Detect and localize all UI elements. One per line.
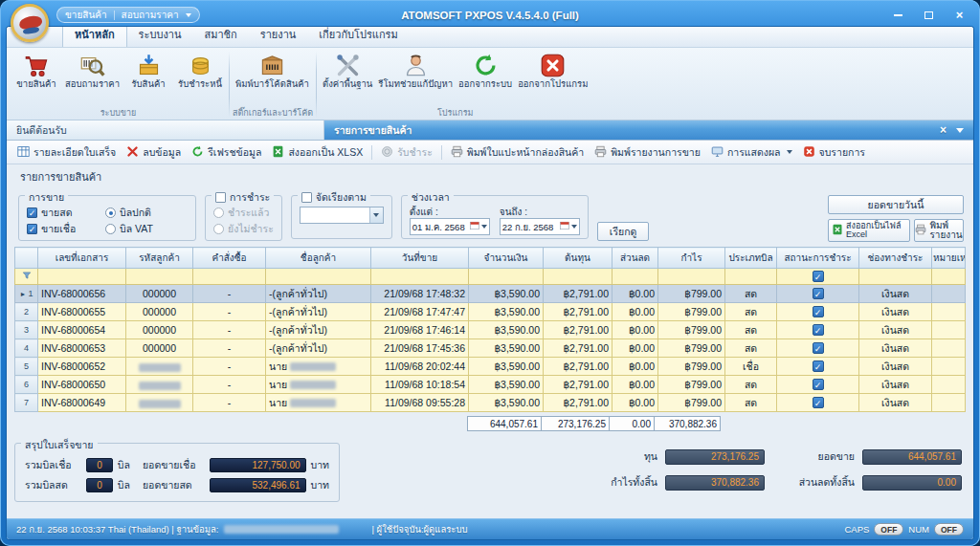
receive-debt-button[interactable]: รับชำระหนี้ <box>174 51 226 91</box>
table-row[interactable]: 3 INV-68000654 000000 - -(ลูกค้าทั่วไป) … <box>15 321 966 339</box>
receive-payment-button[interactable]: รับชำระ <box>376 142 437 163</box>
baht-unit-label: บาท <box>311 457 329 473</box>
tab-members[interactable]: สมาชิก <box>192 27 248 47</box>
tab-list-dropdown-icon[interactable] <box>956 128 964 133</box>
chevron-down-icon <box>373 213 379 217</box>
tab-about[interactable]: เกี่ยวกับโปรแกรม <box>307 27 409 47</box>
sort-combobox[interactable] <box>300 207 384 224</box>
settings-button[interactable]: ตั้งค่าพื้นฐาน <box>320 51 375 91</box>
col-customer-name[interactable]: ชื่อลูกค้า <box>266 248 371 269</box>
table-row[interactable]: 5 INV-68000652 - นาย 11/09/68 20:02:44 ฿… <box>15 358 966 376</box>
col-payment-status[interactable]: สถานะการชำระ <box>777 248 859 269</box>
export-excel-button[interactable]: ส่งออกเป็นไฟล์ Excel <box>828 219 910 242</box>
table-row[interactable]: 7 INV-68000649 - นาย 11/09/68 09:55:28 ฿… <box>15 394 966 412</box>
paid-checkbox[interactable] <box>813 288 824 299</box>
cost-label: ทุน <box>581 448 657 465</box>
profit-value: 370,882.36 <box>665 475 765 491</box>
chevron-down-icon[interactable] <box>481 225 487 229</box>
print-report-button[interactable]: พิมพ์รายงาน <box>914 219 964 242</box>
print-box-label-button[interactable]: พิมพ์ใบแปะหน้ากล่องสินค้า <box>446 142 589 163</box>
table-row[interactable]: 6 INV-68000650 - นาย 11/09/68 10:18:54 ฿… <box>15 376 966 394</box>
col-bill-type[interactable]: ประเภทบิล <box>725 248 777 269</box>
paid-checkbox[interactable] <box>813 324 824 336</box>
redacted-text <box>290 362 336 371</box>
tab-close-icon[interactable]: × <box>934 123 952 137</box>
view-button[interactable]: เรียกดู <box>597 222 650 241</box>
remote-help-button[interactable]: รีโมทช่วยแก้ปัญหา <box>375 51 456 91</box>
col-cost[interactable]: ต้นทุน <box>544 248 612 269</box>
end-list-button[interactable]: จบรายการ <box>798 142 870 163</box>
col-customer-code[interactable]: รหัสลูกค้า <box>126 248 193 269</box>
table-row[interactable]: 2 INV-68000655 000000 - -(ลูกค้าทั่วไป) … <box>15 303 966 321</box>
tab-reports[interactable]: รายงาน <box>249 27 308 47</box>
totals-summary: ทุน 273,176.25 ยอดขาย 644,057.61 กำไรทั้… <box>581 448 962 491</box>
to-date-input[interactable]: 22 ก.ย. 2568 <box>500 218 580 235</box>
col-discount[interactable]: ส่วนลด <box>612 248 658 269</box>
combo-dropdown[interactable] <box>369 207 383 223</box>
sort-checkbox[interactable] <box>301 192 312 203</box>
sell-button[interactable]: ขายสินค้า <box>11 51 62 91</box>
credit-sale-checkbox[interactable]: ขายเชื่อ <box>27 221 105 237</box>
cash-sale-checkbox[interactable]: ขายสด <box>27 205 105 221</box>
tab-welcome[interactable]: ยินดีต้อนรับ <box>7 120 324 140</box>
app-logo[interactable] <box>11 4 53 44</box>
logout-button[interactable]: ออกจากระบบ <box>456 51 515 91</box>
exit-button[interactable]: ออกจากโปรแกรม <box>515 51 590 91</box>
calendar-icon[interactable] <box>560 221 569 232</box>
quick-access-sell[interactable]: ขายสินค้า <box>65 8 107 22</box>
quick-access-toolbar[interactable]: ขายสินค้า สอบถามราคา <box>56 7 200 23</box>
today-sales-button[interactable]: ยอดขายวันนี้ <box>828 195 964 214</box>
radio-icon <box>213 224 224 234</box>
table-row[interactable]: 4 INV-68000653 000000 - -(ลูกค้าทั่วไป) … <box>15 339 966 358</box>
col-doc-no[interactable]: เลขที่เอกสาร <box>38 248 126 269</box>
quick-access-price-check[interactable]: สอบถามราคา <box>122 8 179 22</box>
print-sales-report-button[interactable]: พิมพ์รายงานการขาย <box>590 142 705 163</box>
table-row[interactable]: 1 INV-68000656 000000 - -(ลูกค้าทั่วไป) … <box>15 285 966 303</box>
paid-checkbox[interactable] <box>813 397 824 408</box>
tab-system[interactable]: ระบบงาน <box>127 27 193 47</box>
calendar-icon[interactable] <box>470 221 479 232</box>
paid-checkbox[interactable] <box>813 379 824 390</box>
receipt-detail-button[interactable]: รายละเอียดใบเสร็จ <box>12 142 121 163</box>
printer-icon <box>594 145 607 160</box>
minimize-button[interactable] <box>884 8 912 23</box>
toolbar-label: รายละเอียดใบเสร็จ <box>33 144 116 161</box>
status-datetime-db: 22 ก.ย. 2568 10:03:37 Thai (Thailand) | … <box>16 522 218 536</box>
refresh-button[interactable]: รีเฟรชข้อมูล <box>187 142 266 163</box>
col-payment-channel[interactable]: ช่องทางชำระ <box>859 248 932 269</box>
tab-sales-list[interactable]: รายการขายสินค้า × <box>324 120 973 140</box>
tab-home[interactable]: หน้าหลัก <box>62 27 127 47</box>
col-note[interactable]: หมายเหตุ <box>932 248 966 269</box>
paid-checkbox[interactable] <box>813 306 824 317</box>
col-sale-date[interactable]: วันที่ขาย <box>371 248 469 269</box>
bill-unit-label: บิล <box>118 457 130 473</box>
document-tab-bar: ยินดีต้อนรับ รายการขายสินค้า × <box>7 120 973 141</box>
row-indicator: 4 <box>15 339 38 358</box>
cash-sales-value: 532,496.61 <box>210 478 306 492</box>
delete-button[interactable]: ลบข้อมูล <box>122 142 186 163</box>
price-check-button[interactable]: สอบถามราคา <box>62 51 122 91</box>
receive-goods-button[interactable]: รับสินค้า <box>122 51 174 91</box>
paid-checkbox[interactable] <box>813 360 824 372</box>
print-barcode-button[interactable]: พิมพ์บาร์โค้ดสินค้า <box>233 51 312 91</box>
display-options-button[interactable]: การแสดงผล <box>706 142 797 163</box>
col-amount[interactable]: จำนวนเงิน <box>469 248 544 269</box>
payment-filter-checkbox[interactable] <box>215 192 226 203</box>
close-button[interactable]: × <box>946 8 973 23</box>
from-date-input[interactable]: 01 ม.ค. 2568 <box>410 218 490 235</box>
chevron-down-icon[interactable] <box>571 225 577 229</box>
sales-list-panel: รายการขายสินค้า การขาย ขายสด บิลปกติ <box>7 164 973 518</box>
unpaid-radio[interactable]: ยังไม่ชำระ <box>213 221 274 237</box>
vat-bill-radio[interactable]: บิล VAT <box>105 221 188 237</box>
paid-radio[interactable]: ชำระแล้ว <box>213 205 274 221</box>
chevron-down-icon[interactable] <box>186 13 191 17</box>
auto-filter-row[interactable] <box>15 269 966 285</box>
paid-checkbox[interactable] <box>813 342 824 354</box>
groupbox-caption: จัดเรียงตาม <box>316 189 367 206</box>
col-order[interactable]: คำสั่งซื้อ <box>193 248 266 269</box>
maximize-button[interactable] <box>915 8 943 23</box>
export-xlsx-button[interactable]: ส่งออกเป็น XLSX <box>267 142 368 163</box>
normal-bill-radio[interactable]: บิลปกติ <box>105 205 188 221</box>
paid-checkbox[interactable] <box>813 271 824 282</box>
col-profit[interactable]: กำไร <box>658 248 725 269</box>
